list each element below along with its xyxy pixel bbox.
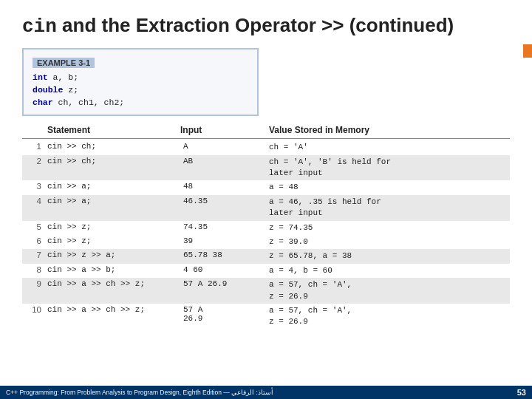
row-stmt: cin >> ch; [44,141,177,154]
table-row: 8 cin >> a >> b; 4 60 a = 4, b = 60 [22,264,510,278]
row-stmt: cin >> z; [44,222,177,234]
table-row: 10 cin >> a >> ch >> z; 57 A26.9 a = 57,… [22,304,510,330]
table-row: 6 cin >> z; 39 z = 39.0 [22,235,510,249]
col-header-value: Value Stored in Memory [266,123,510,137]
row-value: a = 46, .35 is held forlater input [266,196,510,220]
footer-text: C++ Programming: From Problem Analysis t… [6,389,273,396]
kw-double: double [33,85,63,95]
row-stmt: cin >> z >> a; [44,250,177,262]
table-headers: Statement Input Value Stored in Memory [22,123,510,139]
col-header-num [22,123,44,137]
row-num: 3 [22,181,44,194]
col-header-input: Input [177,123,266,137]
row-input: 39 [177,236,266,248]
page: cin and the Extraction Operator >> (cont… [0,0,532,399]
row-stmt: cin >> a >> b; [44,265,177,277]
table-row: 5 cin >> z; 74.35 z = 74.35 [22,221,510,235]
col-header-stmt: Statement [44,123,177,137]
kw-char: char [33,98,53,107]
kw-int: int [33,72,48,82]
example-box: EXAMPLE 3-1 int a, b; double z; char ch,… [22,48,259,117]
row-value: a = 4, b = 60 [266,265,510,277]
row-value: z = 39.0 [266,236,510,248]
title-code: cin [22,16,57,38]
row-input: 46.35 [177,196,266,220]
row-num: 9 [22,279,44,303]
row-stmt: cin >> a >> ch >> z; [44,279,177,303]
table-section: Statement Input Value Stored in Memory 1… [22,123,510,329]
row-num: 2 [22,156,44,180]
row-num: 8 [22,265,44,277]
row-num: 1 [22,141,44,154]
row-value: z = 65.78, a = 38 [266,250,510,262]
row-num: 5 [22,222,44,234]
row-stmt: cin >> z; [44,236,177,248]
example-code: int a, b; double z; char ch, ch1, ch2; [33,71,248,109]
row-input: A [177,141,266,154]
row-value: z = 74.35 [266,222,510,234]
table-row: 4 cin >> a; 46.35 a = 46, .35 is held fo… [22,195,510,221]
row-input: 48 [177,181,266,194]
page-title: cin and the Extraction Operator >> (cont… [22,13,510,39]
orange-bar [523,44,532,58]
row-input: AB [177,156,266,180]
row-input: 57 A 26.9 [177,279,266,303]
row-stmt: cin >> a; [44,181,177,194]
table-row: 7 cin >> z >> a; 65.78 38 z = 65.78, a =… [22,249,510,263]
row-num: 4 [22,196,44,220]
title-rest: and the Extraction Operator >> (continue… [57,14,454,36]
row-num: 7 [22,250,44,262]
table-row: 2 cin >> ch; AB ch = 'A', 'B' is held fo… [22,155,510,181]
row-input: 74.35 [177,222,266,234]
table-row: 3 cin >> a; 48 a = 48 [22,180,510,194]
row-stmt: cin >> ch; [44,156,177,180]
row-value: ch = 'A', 'B' is held forlater input [266,156,510,180]
row-input: 57 A26.9 [177,304,266,329]
row-input: 65.78 38 [177,250,266,262]
row-value: a = 57, ch = 'A',z = 26.9 [266,279,510,303]
row-stmt: cin >> a; [44,196,177,220]
table-row: 9 cin >> a >> ch >> z; 57 A 26.9 a = 57,… [22,278,510,304]
row-value: a = 48 [266,181,510,194]
row-num: 10 [22,304,44,329]
example-label: EXAMPLE 3-1 [33,58,95,68]
footer-page: 53 [517,388,526,397]
table-row: 1 cin >> ch; A ch = 'A' [22,140,510,154]
row-value: ch = 'A' [266,141,510,154]
row-input: 4 60 [177,265,266,277]
footer-bar: C++ Programming: From Problem Analysis t… [0,386,532,399]
row-num: 6 [22,236,44,248]
row-stmt: cin >> a >> ch >> z; [44,304,177,329]
row-value: a = 57, ch = 'A',z = 26.9 [266,304,510,329]
